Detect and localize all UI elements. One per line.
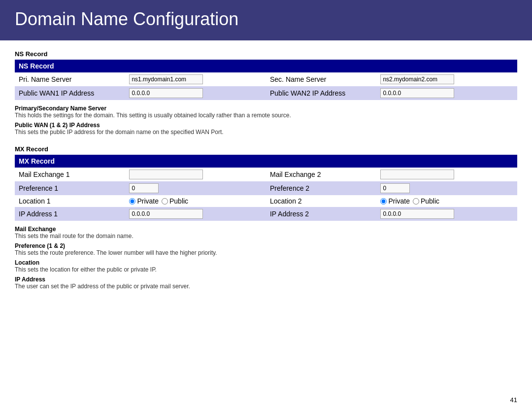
mx-desc-1-title: Mail Exchange: [15, 226, 517, 233]
ns-desc-1-title: Primary/Secondary Name Server: [15, 105, 517, 112]
mx-loc1-label: Location 1: [15, 195, 125, 207]
ns-wan2-label: Public WAN2 IP Address: [266, 86, 376, 100]
mx-desc-2: Preference (1 & 2) This sets the route p…: [15, 242, 517, 256]
mx-loc1-cell: Private Public: [125, 195, 266, 207]
mx-desc-1-text: This sets the mail route for the domain …: [15, 233, 517, 240]
ns-wan2-value: [376, 86, 517, 100]
main-content: NS Record NS Record Pri. Name Server Sec…: [0, 40, 532, 303]
mx-desc-3-title: Location: [15, 259, 517, 266]
ns-sec-value: [376, 72, 517, 86]
mx-loc1-private-radio[interactable]: [129, 198, 135, 205]
ns-desc-2-text: This sets the public IP address for the …: [15, 129, 517, 136]
ns-row-1: Pri. Name Server Sec. Name Server: [15, 72, 517, 86]
mx-pref2-input[interactable]: [380, 183, 410, 193]
mx-desc-4-title: IP Address: [15, 276, 517, 283]
mx-loc2-label: Location 2: [266, 195, 376, 207]
ns-record-section: NS Record NS Record Pri. Name Server Sec…: [15, 50, 517, 100]
mx-exchange1-cell: [125, 168, 266, 181]
mx-pref1-cell: [125, 181, 266, 195]
ns-wan1-input[interactable]: [129, 88, 203, 98]
ns-header-cell: NS Record: [15, 60, 517, 72]
ns-sec-input[interactable]: [380, 74, 454, 84]
mx-pref1-input[interactable]: [129, 183, 159, 193]
mx-desc-4: IP Address The user can set the IP addre…: [15, 276, 517, 290]
mx-loc2-radio-group: Private Public: [380, 197, 513, 205]
mx-exchange2-label: Mail Exchange 2: [266, 168, 376, 181]
mx-loc1-public-radio[interactable]: [162, 198, 168, 205]
mx-loc2-public-label[interactable]: Public: [413, 197, 439, 205]
ns-sec-label: Sec. Name Server: [266, 72, 376, 86]
mx-pref1-label: Preference 1: [15, 181, 125, 195]
mx-row-2: Preference 1 Preference 2: [15, 181, 517, 195]
mx-header-row: MX Record: [15, 155, 517, 168]
mx-desc-3-text: This sets the location for either the pu…: [15, 266, 517, 273]
mx-desc-2-text: This sets the route preference. The lowe…: [15, 249, 517, 256]
mx-ip1-cell: [125, 207, 266, 221]
ns-pri-value: [125, 72, 266, 86]
mx-loc2-private-radio[interactable]: [380, 198, 387, 205]
mx-record-table: MX Record Mail Exchange 1 Mail Exchange …: [15, 155, 517, 221]
mx-ip2-input[interactable]: [380, 209, 454, 219]
mx-ip1-label: IP Address 1: [15, 207, 125, 221]
mx-loc1-public-label[interactable]: Public: [162, 197, 188, 205]
mx-loc1-radio-group: Private Public: [129, 197, 262, 205]
mx-desc-2-title: Preference (1 & 2): [15, 242, 517, 249]
ns-pri-label: Pri. Name Server: [15, 72, 125, 86]
page-title: Domain Name Configuration: [15, 9, 517, 30]
ns-record-table: NS Record Pri. Name Server Sec. Name Ser…: [15, 60, 517, 100]
ns-section-label: NS Record: [15, 50, 517, 58]
ns-wan1-value: [125, 86, 266, 100]
ns-wan1-label: Public WAN1 IP Address: [15, 86, 125, 100]
mx-ip2-label: IP Address 2: [266, 207, 376, 221]
mx-exchange2-input[interactable]: [380, 170, 454, 179]
ns-desc-2: Public WAN (1 & 2) IP Address This sets …: [15, 122, 517, 136]
ns-pri-input[interactable]: [129, 74, 203, 84]
ns-desc-1-text: This holds the settings for the domain. …: [15, 112, 517, 119]
ns-desc-2-title: Public WAN (1 & 2) IP Address: [15, 122, 517, 129]
mx-exchange1-input[interactable]: [129, 170, 203, 179]
mx-loc2-cell: Private Public: [376, 195, 517, 207]
mx-row-4: IP Address 1 IP Address 2: [15, 207, 517, 221]
page-header: Domain Name Configuration: [0, 0, 532, 40]
ns-row-2: Public WAN1 IP Address Public WAN2 IP Ad…: [15, 86, 517, 100]
mx-ip1-input[interactable]: [129, 209, 203, 219]
mx-loc1-private-label[interactable]: Private: [129, 197, 159, 205]
mx-desc-4-text: The user can set the IP address of the p…: [15, 283, 517, 290]
mx-record-section: MX Record MX Record Mail Exchange 1 Mail…: [15, 145, 517, 221]
mx-ip2-cell: [376, 207, 517, 221]
mx-pref2-label: Preference 2: [266, 181, 376, 195]
ns-header-row: NS Record: [15, 60, 517, 72]
ns-wan2-input[interactable]: [380, 88, 454, 98]
mx-row-3: Location 1 Private Public Location 2: [15, 195, 517, 207]
mx-desc-1: Mail Exchange This sets the mail route f…: [15, 226, 517, 240]
page-number: 41: [510, 396, 517, 404]
mx-row-1: Mail Exchange 1 Mail Exchange 2: [15, 168, 517, 181]
mx-loc2-public-radio[interactable]: [413, 198, 419, 205]
mx-exchange2-cell: [376, 168, 517, 181]
mx-pref2-cell: [376, 181, 517, 195]
mx-exchange1-label: Mail Exchange 1: [15, 168, 125, 181]
mx-section-label: MX Record: [15, 145, 517, 153]
mx-header-cell: MX Record: [15, 155, 517, 168]
ns-desc-1: Primary/Secondary Name Server This holds…: [15, 105, 517, 119]
mx-desc-3: Location This sets the location for eith…: [15, 259, 517, 273]
mx-loc2-private-label[interactable]: Private: [380, 197, 410, 205]
